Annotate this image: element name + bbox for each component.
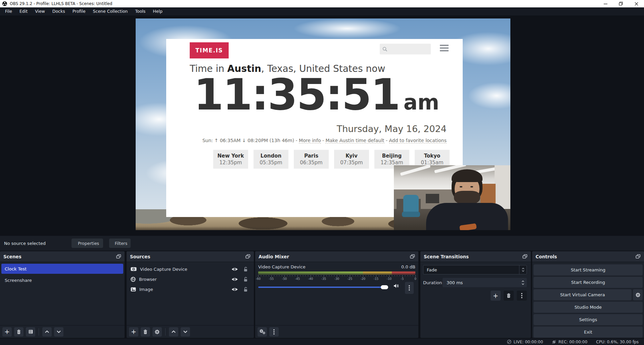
webcam-overlay[interactable] bbox=[394, 165, 510, 230]
popout-icon[interactable] bbox=[636, 254, 641, 259]
transition-options-button[interactable] bbox=[517, 291, 527, 301]
unlock-icon[interactable] bbox=[243, 287, 248, 292]
source-item-browser[interactable]: Browser bbox=[127, 274, 254, 284]
sources-header: Sources bbox=[127, 251, 254, 262]
volume-slider-handle[interactable] bbox=[381, 285, 388, 289]
menu-view[interactable]: View bbox=[31, 7, 49, 15]
start-streaming-button[interactable]: Start Streaming bbox=[534, 264, 643, 275]
chevron-down-icon bbox=[183, 331, 187, 333]
scenes-panel: Scenes Clock Test Screenshare + bbox=[0, 251, 125, 338]
eye-visible-icon[interactable] bbox=[231, 277, 238, 282]
toolbar-separator bbox=[165, 328, 166, 336]
scenes-title: Scenes bbox=[3, 254, 21, 259]
audio-mixer-header: Audio Mixer bbox=[255, 251, 418, 262]
remove-scene-button[interactable] bbox=[14, 327, 24, 337]
chevron-down-icon bbox=[522, 270, 524, 272]
menu-tools[interactable]: Tools bbox=[132, 7, 149, 15]
search-input bbox=[380, 44, 431, 54]
add-source-button[interactable]: + bbox=[129, 327, 138, 337]
studio-mode-button[interactable]: Studio Mode bbox=[534, 302, 643, 313]
menu-edit[interactable]: Edit bbox=[16, 7, 31, 15]
camera-icon bbox=[131, 267, 137, 271]
remove-source-button[interactable] bbox=[141, 327, 150, 337]
eye-visible-icon[interactable] bbox=[231, 287, 238, 292]
menu-scene-collection[interactable]: Scene Collection bbox=[89, 7, 132, 15]
duration-spinner[interactable]: 300 ms bbox=[443, 278, 527, 287]
transitions-header: Scene Transitions bbox=[420, 251, 531, 262]
move-source-up-button[interactable] bbox=[169, 327, 178, 337]
scene-item-clock-test[interactable]: Clock Test bbox=[1, 264, 123, 274]
filters-button[interactable]: Filters bbox=[109, 239, 131, 248]
properties-label: Properties bbox=[78, 241, 99, 246]
transitions-title: Scene Transitions bbox=[424, 254, 469, 259]
properties-button[interactable]: Properties bbox=[72, 239, 103, 248]
monitor-silhouette bbox=[426, 194, 439, 203]
exit-button[interactable]: Exit bbox=[534, 327, 643, 338]
duration-label: Duration bbox=[423, 280, 442, 285]
settings-button[interactable]: Settings bbox=[534, 314, 643, 325]
maximize-button[interactable] bbox=[613, 0, 629, 7]
eye-visible-icon[interactable] bbox=[231, 267, 238, 271]
popout-icon[interactable] bbox=[410, 254, 415, 259]
advanced-audio-button[interactable] bbox=[258, 327, 267, 337]
menu-file[interactable]: File bbox=[1, 7, 16, 15]
chevron-up-icon bbox=[45, 331, 49, 333]
mixer-menu-button[interactable] bbox=[269, 327, 279, 337]
make-default-link: Make Austin time default bbox=[325, 138, 384, 143]
mixer-level-db: 0.0 dB bbox=[401, 264, 415, 269]
volume-meter bbox=[258, 271, 415, 273]
virtual-camera-settings-button[interactable] bbox=[633, 289, 643, 300]
scene-item-screenshare[interactable]: Screenshare bbox=[1, 275, 123, 285]
speaker-icon[interactable] bbox=[394, 284, 399, 288]
scene-filters-button[interactable] bbox=[26, 327, 35, 337]
move-source-down-button[interactable] bbox=[181, 327, 190, 337]
sources-title: Sources bbox=[130, 254, 150, 259]
add-scene-button[interactable]: + bbox=[2, 327, 12, 337]
program-video[interactable]: TIME.IS Time in Austin, Texas, United St… bbox=[136, 18, 510, 230]
move-scene-down-button[interactable] bbox=[54, 327, 63, 337]
add-transition-button[interactable]: + bbox=[491, 291, 501, 301]
transition-select[interactable]: Fade bbox=[423, 265, 527, 274]
start-recording-button[interactable]: Start Recording bbox=[534, 277, 643, 288]
popout-icon[interactable] bbox=[116, 254, 121, 259]
maximize-icon bbox=[619, 2, 623, 6]
close-button[interactable] bbox=[629, 0, 644, 7]
gear-icon bbox=[155, 330, 159, 334]
toolbar-separator bbox=[39, 328, 39, 336]
sources-toolbar: + bbox=[127, 325, 254, 338]
trash-icon bbox=[507, 293, 511, 298]
plus-icon: + bbox=[4, 329, 10, 335]
volume-slider[interactable] bbox=[258, 287, 388, 288]
menu-docks[interactable]: Docks bbox=[49, 7, 69, 15]
window-title: OBS 29.1.2 - Profile: LLHLS BETA - Scene… bbox=[10, 1, 112, 6]
plus-icon: + bbox=[131, 329, 136, 335]
source-item-image[interactable]: Image bbox=[127, 284, 254, 294]
scenes-toolbar: + bbox=[0, 325, 125, 338]
obs-logo-icon bbox=[2, 1, 7, 6]
preview-canvas[interactable]: TIME.IS Time in Austin, Texas, United St… bbox=[0, 15, 644, 236]
cpu-status: CPU: 0.6%, 30.00 fps bbox=[596, 340, 639, 344]
minimize-button[interactable] bbox=[598, 0, 613, 7]
duration-value: 300 ms bbox=[443, 280, 519, 285]
spinner-arrows[interactable] bbox=[519, 281, 527, 285]
unlock-icon[interactable] bbox=[243, 277, 248, 282]
popout-icon[interactable] bbox=[522, 254, 527, 259]
move-scene-up-button[interactable] bbox=[42, 327, 52, 337]
source-item-video-capture[interactable]: Video Capture Device bbox=[127, 264, 254, 274]
popout-icon[interactable] bbox=[245, 254, 250, 259]
volume-meter-secondary bbox=[258, 274, 415, 274]
add-favorite-link: Add to favorite locations bbox=[389, 138, 447, 143]
controls-body: Start Streaming Start Recording Start Vi… bbox=[532, 262, 644, 338]
chevron-up-icon bbox=[522, 268, 524, 269]
remove-transition-button[interactable] bbox=[504, 291, 514, 301]
close-icon bbox=[635, 2, 638, 6]
unlock-icon[interactable] bbox=[243, 267, 248, 272]
minimize-icon bbox=[604, 2, 607, 6]
start-virtual-camera-button[interactable]: Start Virtual Camera bbox=[534, 289, 632, 300]
menu-help[interactable]: Help bbox=[149, 7, 166, 15]
globe-icon bbox=[131, 277, 136, 282]
live-status: LIVE: 00:00:00 bbox=[507, 339, 543, 344]
source-properties-button[interactable] bbox=[152, 327, 162, 337]
mixer-options-button[interactable] bbox=[405, 282, 414, 294]
menu-profile[interactable]: Profile bbox=[69, 7, 89, 15]
